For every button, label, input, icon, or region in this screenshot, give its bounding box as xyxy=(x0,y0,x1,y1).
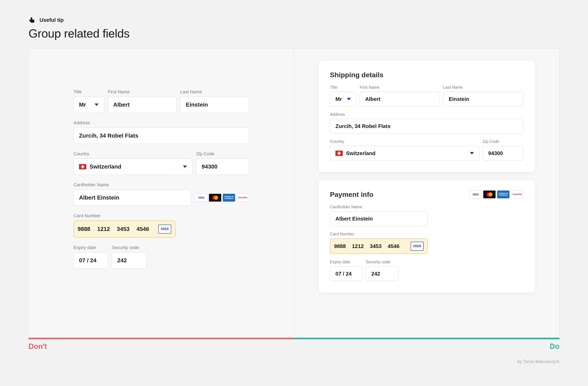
bar-dont xyxy=(28,338,294,339)
label-do: Do xyxy=(294,342,560,351)
payment-panel: Payment info VISA AMERICAN EXPRESS Union… xyxy=(318,180,535,293)
flag-ch-icon xyxy=(336,151,343,156)
label-expiry: Expiry date xyxy=(330,260,362,264)
address-input[interactable]: Zurcih, 34 Robel Flats xyxy=(330,119,524,134)
svg-point-1 xyxy=(214,196,218,200)
label-security: Security code xyxy=(112,245,147,250)
label-expiry: Expiry date xyxy=(74,245,108,250)
label-security: Security code xyxy=(366,260,398,264)
label-zip: Zip Code xyxy=(483,139,524,144)
comparison-box: Title Mr First Name Albert Last Name Ein… xyxy=(28,48,560,338)
comparison-labels: Don't Do xyxy=(28,342,560,351)
label-address: Address xyxy=(74,120,249,126)
address-input[interactable]: Zurcih, 34 Robel Flats xyxy=(74,128,249,144)
unionpay-logo-icon: UnionPay xyxy=(236,194,249,202)
mastercard-logo-icon xyxy=(483,190,496,199)
comparison-bars xyxy=(28,338,560,339)
title-value: Mr xyxy=(79,101,86,108)
first-name-input[interactable]: Albert xyxy=(108,97,177,113)
amex-logo-icon: AMERICAN EXPRESS xyxy=(497,190,510,199)
svg-point-3 xyxy=(488,192,492,197)
form-do: Shipping details Title Mr First Name Alb… xyxy=(294,48,559,293)
chevron-down-icon xyxy=(183,165,187,168)
card-number-input[interactable]: 9888 1212 3453 4546 VISA xyxy=(330,238,428,254)
label-cardnum: Card Number xyxy=(74,213,175,219)
pane-do: Shipping details Title Mr First Name Alb… xyxy=(294,48,559,338)
visa-logo-icon: VISA xyxy=(469,190,482,199)
cardholder-input[interactable]: Albert Einstein xyxy=(330,211,428,226)
title-select[interactable]: Mr xyxy=(330,92,357,106)
tip-row: Useful tip xyxy=(28,16,560,24)
card-logos: VISA AMERICAN EXPRESS UnionPay xyxy=(469,190,524,199)
page-title: Group related fields xyxy=(28,26,560,40)
credit-line: by Taras Bakusevych xyxy=(28,359,560,364)
label-last-name: Last Name xyxy=(180,89,249,94)
label-cardholder: Cardholder Name xyxy=(74,182,191,187)
zip-input[interactable]: 94300 xyxy=(483,146,524,160)
visa-chip-icon: VISA xyxy=(158,225,171,234)
header: Useful tip Group related fields xyxy=(28,16,560,40)
pointing-hand-icon xyxy=(28,16,36,24)
security-input[interactable]: 242 xyxy=(366,266,398,281)
expiry-input[interactable]: 07 / 24 xyxy=(74,252,108,269)
card-logos: VISA AMERICAN EXPRESS UnionPay xyxy=(195,194,249,206)
unionpay-logo-icon: UnionPay xyxy=(511,190,524,199)
last-name-input[interactable]: Einstein xyxy=(443,92,524,106)
security-input[interactable]: 242 xyxy=(112,252,147,269)
card-number-input[interactable]: 9888 1212 3453 4546 VISA xyxy=(74,221,175,238)
chevron-down-icon xyxy=(347,98,351,100)
label-first-name: First Name xyxy=(108,89,177,94)
title-select[interactable]: Mr xyxy=(74,97,104,113)
label-country: Country xyxy=(74,151,192,157)
chevron-down-icon xyxy=(95,104,99,106)
country-select[interactable]: Switzerland xyxy=(330,146,480,160)
pane-dont: Title Mr First Name Albert Last Name Ein… xyxy=(29,48,294,338)
chevron-down-icon xyxy=(470,152,474,155)
label-country: Country xyxy=(330,139,480,144)
shipping-panel: Shipping details Title Mr First Name Alb… xyxy=(318,61,535,172)
zip-input[interactable]: 94300 xyxy=(196,159,249,175)
label-first-name: First Name xyxy=(360,85,440,90)
amex-logo-icon: AMERICAN EXPRESS xyxy=(223,194,235,202)
label-last-name: Last Name xyxy=(443,85,524,90)
expiry-input[interactable]: 07 / 24 xyxy=(330,266,362,281)
country-select[interactable]: Switzerland xyxy=(74,159,192,175)
shipping-panel-title: Shipping details xyxy=(330,71,524,79)
last-name-input[interactable]: Einstein xyxy=(180,97,249,113)
bar-do xyxy=(294,338,560,339)
visa-logo-icon: VISA xyxy=(195,194,208,202)
label-cardnum: Card Number xyxy=(330,232,428,236)
form-dont: Title Mr First Name Albert Last Name Ein… xyxy=(29,48,294,269)
payment-panel-title: Payment info xyxy=(330,191,373,199)
label-zip: Zip Code xyxy=(196,151,249,157)
label-title: Title xyxy=(74,89,104,94)
mastercard-logo-icon xyxy=(209,194,221,202)
cardholder-input[interactable]: Albert Einstein xyxy=(74,189,191,206)
flag-ch-icon xyxy=(79,164,86,169)
label-address: Address xyxy=(330,112,524,117)
label-cardholder: Cardholder Name xyxy=(330,204,428,209)
visa-chip-icon: VISA xyxy=(411,242,424,251)
label-dont: Don't xyxy=(28,342,294,351)
tip-label: Useful tip xyxy=(40,17,63,23)
first-name-input[interactable]: Albert xyxy=(360,92,440,106)
label-title: Title xyxy=(330,85,357,90)
